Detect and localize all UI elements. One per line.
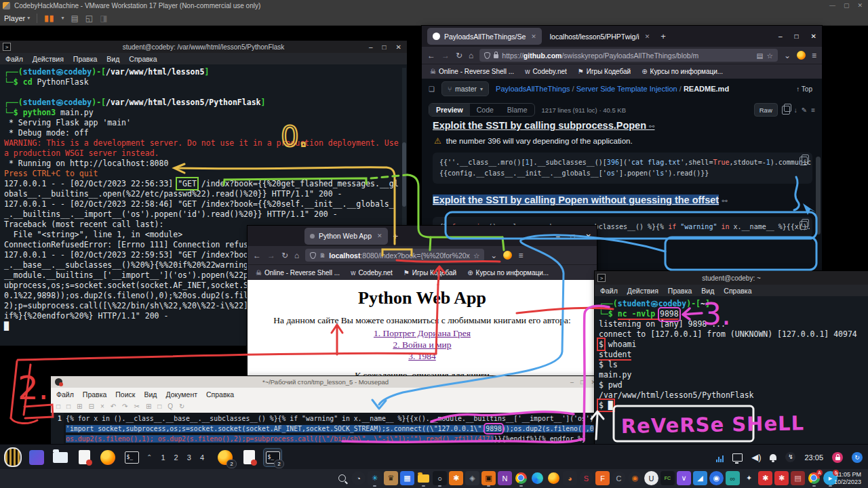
tab-localhost-phptwig[interactable]: localhost/lesson5/PHPTwig/i ✕ <box>545 28 655 45</box>
workspace-switcher[interactable]: 1 2 3 4 <box>161 453 208 462</box>
maximize-button[interactable]: □ <box>580 379 584 386</box>
menu-item[interactable]: Правка <box>73 55 97 63</box>
mousepad-window[interactable]: *~/Рабочий стол/tmp_lesson_5 - Mousepad … <box>51 376 600 444</box>
chrome-profile-icon[interactable]: A <box>807 471 821 485</box>
codeby-logo[interactable] <box>4 449 22 466</box>
breadcrumb-dir-link[interactable]: Server Side Template Injection <box>576 85 677 93</box>
bookmark-item[interactable]: ☠Online - Reverse Shell ... <box>256 269 340 277</box>
pause-dropdown-icon[interactable]: ▾ <box>61 15 64 21</box>
pocket-icon[interactable]: ⌄ <box>784 51 791 60</box>
firefox-account-icon[interactable] <box>797 51 806 60</box>
vmware-titlebar[interactable]: CodebyHackMachine - VMware Workstation 1… <box>0 0 868 11</box>
save-icon[interactable]: ⊞ <box>77 403 82 410</box>
book-link[interactable]: 3. 1984 <box>248 350 597 362</box>
file-tab-preview[interactable]: Preview <box>429 104 470 116</box>
home-button[interactable]: ⌂ <box>294 251 299 260</box>
red-gear-app-2-icon[interactable]: ✱ <box>774 471 789 485</box>
url-bar[interactable]: https://github.com/swisskyrepo/PayloadsA… <box>479 49 778 62</box>
menu-item[interactable]: Правка <box>83 390 106 399</box>
menu-item[interactable]: Справка <box>206 390 234 399</box>
copy-code-icon[interactable] <box>800 221 808 230</box>
cut-icon[interactable]: ✂ <box>134 403 140 410</box>
maximize-button[interactable]: □ <box>382 43 387 51</box>
bookmark-item[interactable]: ⊕Курсы по информаци... <box>642 68 723 75</box>
sidebar-toggle-icon[interactable]: ❏ <box>429 85 435 93</box>
firefox-account-icon[interactable] <box>503 251 512 260</box>
vmware-close-button[interactable]: ✕ <box>857 2 863 9</box>
forward-button[interactable]: → <box>267 251 275 260</box>
send-ctrl-alt-del-button[interactable]: ▤ <box>71 14 78 23</box>
power-icon[interactable]: ↯ <box>785 452 795 462</box>
firefox-launcher[interactable] <box>99 449 117 466</box>
windows-clock[interactable]: 11:05 PM 10/2/2023 <box>834 471 861 486</box>
file-explorer-icon[interactable] <box>416 471 431 485</box>
scrollbar-thumb[interactable] <box>816 157 821 235</box>
tab-close-icon[interactable]: ✕ <box>645 33 650 40</box>
redo-icon[interactable]: ↷ <box>122 403 127 410</box>
search-icon[interactable] <box>335 471 349 485</box>
red-tool-app-icon[interactable]: ▤ <box>791 471 805 485</box>
vmware-minimize-button[interactable]: — <box>829 2 835 9</box>
bookmark-item[interactable]: ☠Online - Reverse Shell ... <box>430 68 514 75</box>
terminal-titlebar[interactable]: > student@codeby: ~ <box>595 271 868 285</box>
terminal-launcher[interactable]: $_ <box>123 449 140 466</box>
firefox-icon[interactable] <box>547 471 561 485</box>
bookmark-star-icon[interactable]: ☆ <box>767 52 773 60</box>
raw-button[interactable]: Raw <box>754 103 778 117</box>
volume-icon[interactable]: ◀) <box>751 452 761 462</box>
pixel-game-icon[interactable]: ▣ <box>481 471 496 485</box>
save-as-icon[interactable]: ⊟ <box>88 403 94 410</box>
home-button[interactable]: ⌂ <box>469 51 473 60</box>
minimize-button[interactable]: – <box>369 43 373 51</box>
blue-pin-app-icon[interactable]: ◉ <box>709 471 724 485</box>
bookmark-item[interactable]: ⚑Игры Кодебай <box>403 269 456 277</box>
undo-icon[interactable]: ↶ <box>111 403 116 410</box>
reload-button[interactable]: ↻ <box>281 251 288 260</box>
download-icon[interactable]: ↓ <box>794 106 797 114</box>
edit-pencil-icon[interactable]: ✎ <box>802 106 807 114</box>
unity-mode-button[interactable]: ◨ <box>100 14 107 23</box>
scrollbar-thumb[interactable] <box>402 142 406 207</box>
tab-payloadsallthethings[interactable]: PayloadsAllTheThings/Se ✕ <box>427 28 542 45</box>
close-button[interactable]: ✕ <box>586 232 591 240</box>
file-tab-code[interactable]: Code <box>470 104 500 116</box>
s-app-icon[interactable]: S <box>579 471 593 485</box>
display-icon[interactable] <box>732 453 743 462</box>
orange-gear-app-icon[interactable]: ✱ <box>449 471 463 485</box>
menu-item[interactable]: Вид <box>106 55 119 63</box>
search-icon[interactable]: Q <box>167 403 173 410</box>
reload-button[interactable]: ↻ <box>456 51 462 60</box>
hamburger-menu-icon[interactable]: ≡ <box>812 51 816 60</box>
new-tab-button[interactable]: + <box>660 31 666 41</box>
copy-icon[interactable]: ⊞ <box>146 403 151 410</box>
notifications-bell-icon[interactable] <box>770 454 776 460</box>
shield-icon[interactable] <box>484 52 490 59</box>
book-link[interactable]: 2. Война и мир <box>248 339 597 350</box>
player-menu-button[interactable]: Player▾ <box>4 14 30 22</box>
forward-button[interactable]: → <box>441 51 450 60</box>
shield-icon[interactable] <box>310 252 316 259</box>
code-block-subprocess[interactable]: {{''.__class__.mro()[1].__subclasses__()… <box>433 152 812 184</box>
bookmark-star-icon[interactable]: ☆ <box>473 251 479 260</box>
vm-clock[interactable]: 23:05 <box>804 453 823 462</box>
chevron-up-icon[interactable]: ⌃ <box>146 453 152 461</box>
bookmark-item[interactable]: ⊕Курсы по информаци... <box>467 269 549 277</box>
terminal-running[interactable]: $_2 <box>264 449 281 466</box>
close-button[interactable]: ✕ <box>396 43 401 51</box>
menu-item[interactable]: Файл <box>5 55 23 63</box>
terminal-output[interactable]: ┌──(student㉿codeby)-[~]└─$ nc -nvlp 9898… <box>595 296 868 413</box>
red-gear-app-1-icon[interactable]: ✱ <box>758 471 772 485</box>
orange-swirl-app-icon[interactable]: ◕ <box>563 471 577 485</box>
branch-selector[interactable]: ⑂ master ▾ <box>441 81 489 96</box>
fullscreen-button[interactable]: ◱ <box>85 14 93 23</box>
tab-python-web-app[interactable]: Python Web App ✕ <box>304 228 388 245</box>
mousepad-running[interactable] <box>240 449 258 466</box>
teal-app-icon[interactable]: ∞ <box>726 471 740 485</box>
close-file-icon[interactable]: × <box>100 403 104 410</box>
tab-close-icon[interactable]: ✕ <box>531 33 536 40</box>
visual-studio-icon[interactable]: ∨ <box>677 471 691 485</box>
anchor-link-icon[interactable]: ⚯ <box>649 123 654 130</box>
menu-item[interactable]: Вид <box>144 390 157 399</box>
mousepad-titlebar[interactable]: *~/Рабочий стол/tmp_lesson_5 - Mousepad … <box>51 376 600 388</box>
reader-view-icon[interactable]: ▤ <box>757 52 764 60</box>
